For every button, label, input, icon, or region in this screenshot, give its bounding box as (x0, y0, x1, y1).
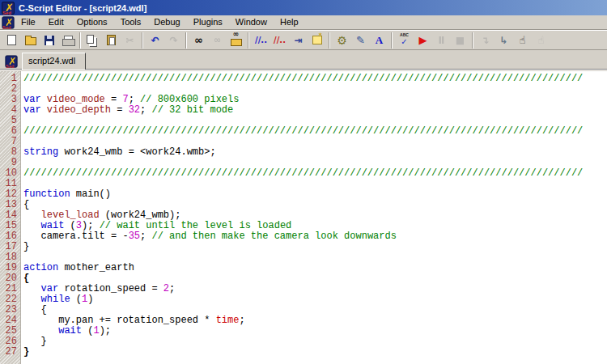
cut-glyph: ✂ (125, 36, 134, 45)
pan-hand-icon[interactable]: ☝ (513, 32, 532, 49)
token-kw: var (23, 94, 41, 105)
pause-icon: Ⅱ (432, 32, 451, 49)
code-line-21[interactable]: var rotation_speed = 2; (23, 284, 607, 294)
line-number: 27 (0, 347, 17, 358)
menu-help[interactable]: Help (274, 15, 305, 29)
token-comment: // wait until the level is loaded (100, 220, 292, 231)
code-line-4[interactable]: var video_depth = 32; // 32 bit mode (23, 105, 607, 116)
code-line-19[interactable]: action mother_earth (23, 263, 607, 273)
menu-edit[interactable]: Edit (42, 15, 70, 29)
new-file-icon[interactable] (2, 32, 21, 49)
menu-window[interactable]: Window (229, 15, 274, 29)
stop-icon: ■ (451, 32, 469, 49)
tab-script24-wdl[interactable]: script24.wdl (22, 53, 86, 70)
token-plain: (work24_wmb); (100, 210, 181, 221)
settings-gear-icon[interactable]: ⚙ (333, 32, 351, 49)
menu-options[interactable]: Options (70, 15, 114, 29)
token-plain: = (105, 94, 123, 105)
code-line-1[interactable]: ////////////////////////////////////////… (23, 74, 607, 84)
menu-debug[interactable]: Debug (147, 15, 186, 29)
undo-glyph: ↶ (151, 36, 159, 45)
save-file-glyph (45, 36, 54, 45)
code-line-16[interactable]: camera.tilt = -35; // and then make the … (23, 231, 607, 242)
step-into-icon: ↴ (476, 32, 495, 49)
token-plain: ; (239, 315, 244, 326)
step-over-glyph: ↳ (499, 36, 507, 45)
token-kw: action (23, 262, 58, 273)
uncomment-selection-glyph: //.. (274, 36, 286, 45)
code-line-8[interactable]: string work24_wmb = <work24.wmb>; (23, 147, 607, 158)
code-line-22[interactable]: while (1) (23, 294, 607, 305)
comment-selection-glyph: //.. (255, 36, 267, 45)
new-snippet-icon[interactable] (308, 32, 326, 49)
token-plain (23, 210, 41, 221)
step-over-icon[interactable]: ↳ (495, 32, 513, 49)
properties-icon[interactable]: ✎ (351, 32, 370, 49)
font-icon[interactable]: A (370, 32, 388, 49)
code-line-12[interactable]: function main() (23, 189, 607, 200)
document-icon[interactable]: ✗ Sed (2, 16, 14, 28)
token-predef: level_load (41, 210, 100, 221)
undo-icon[interactable]: ↶ (146, 32, 164, 49)
redo-icon: ↷ (164, 32, 183, 49)
menu-plugins[interactable]: Plugins (187, 15, 229, 29)
copy-glyph (87, 35, 94, 44)
open-file-glyph (25, 37, 36, 45)
token-plain: work24_wmb = <work24.wmb>; (58, 146, 215, 158)
token-plain: ( (82, 325, 93, 336)
indent-icon[interactable]: ⇥ (289, 32, 308, 49)
open-file-icon[interactable] (21, 32, 40, 49)
code-line-26[interactable]: } (23, 336, 607, 347)
code-line-10[interactable]: ////////////////////////////////////////… (23, 168, 607, 179)
app-icon: ✗ Sed (2, 2, 15, 15)
token-plain: } (23, 336, 47, 347)
save-file-icon[interactable] (40, 32, 58, 49)
run-icon[interactable]: ▶ (414, 32, 432, 49)
print-icon[interactable] (58, 32, 77, 49)
token-plain: ; (169, 283, 175, 294)
redo-glyph: ↷ (169, 36, 177, 45)
window-title: C-Script Editor - [script24.wdl] (15, 3, 146, 13)
paste-icon[interactable] (102, 32, 121, 49)
toolbar-separator (185, 32, 187, 49)
settings-gear-glyph: ⚙ (337, 36, 347, 45)
code-editor[interactable]: 1234567891011121314151617181920212223242… (0, 71, 607, 364)
menu-file[interactable]: File (15, 15, 42, 29)
code-line-11[interactable] (23, 179, 607, 189)
token-kw: string (23, 146, 58, 158)
code-line-25[interactable]: wait (1); (23, 326, 607, 336)
find-in-files-icon[interactable] (227, 32, 245, 49)
spell-check-icon[interactable]: ABC✓ (395, 32, 414, 49)
step-into-glyph: ↴ (481, 36, 489, 45)
code-line-17[interactable]: } (23, 242, 607, 252)
toolbar-separator (142, 32, 143, 49)
tab-label: script24.wdl (28, 56, 75, 66)
token-plain: main() (70, 188, 111, 200)
uncomment-selection-icon[interactable]: //.. (270, 32, 289, 49)
token-plain: ; (140, 231, 151, 242)
code-line-6[interactable]: ////////////////////////////////////////… (23, 126, 607, 137)
tab-file-icon: ✗ Sed (5, 55, 17, 67)
run-glyph: ▶ (419, 36, 427, 45)
token-plain: } (23, 241, 29, 252)
menu-bar: ✗ Sed File Edit Options Tools Debug Plug… (0, 15, 607, 30)
find-icon[interactable]: ∞ (189, 32, 208, 49)
token-plain (23, 220, 41, 231)
code-line-24[interactable]: my.pan += rotation_speed * time; (23, 315, 607, 326)
token-kw: wait (41, 220, 65, 231)
tab-file-icon-label: Sed (6, 64, 14, 69)
comment-selection-icon[interactable]: //.. (252, 32, 270, 49)
toolbar-separator (79, 32, 81, 49)
token-plain: ( (70, 294, 82, 305)
copy-icon[interactable] (83, 32, 102, 49)
code-area[interactable]: ////////////////////////////////////////… (21, 71, 607, 364)
document-icon-label: Sed (2, 24, 11, 29)
token-num: 3 (76, 220, 82, 231)
new-snippet-glyph (312, 36, 322, 44)
app-window: ✗ Sed C-Script Editor - [script24.wdl] ✗… (0, 0, 607, 364)
tab-bar: ✗ Sed script24.wdl (0, 50, 607, 71)
token-num: 7 (122, 94, 128, 105)
token-plain (41, 104, 47, 116)
menu-tools[interactable]: Tools (114, 15, 148, 29)
code-line-27[interactable]: } (23, 347, 607, 358)
